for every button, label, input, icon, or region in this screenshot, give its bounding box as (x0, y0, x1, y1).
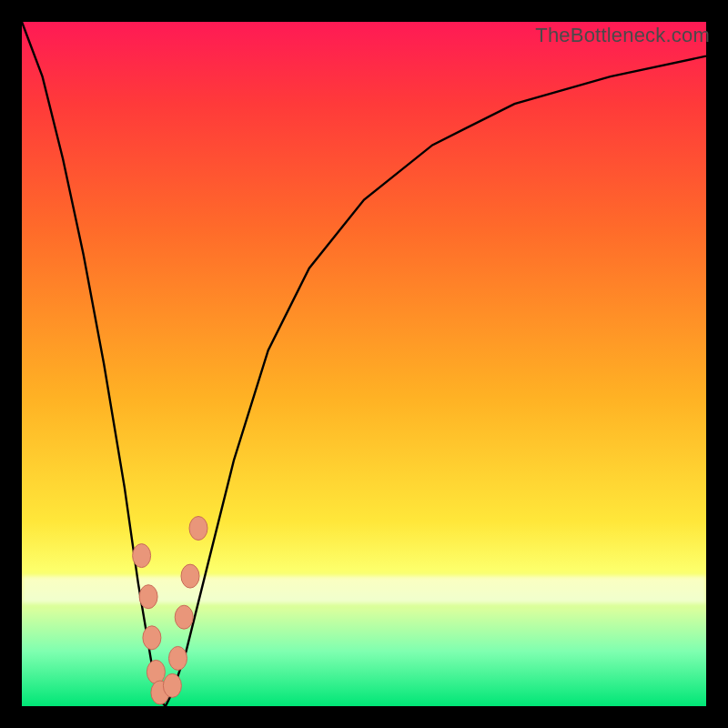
scatter-right (163, 517, 207, 698)
scatter-dot (189, 517, 207, 541)
scatter-dot (143, 626, 161, 650)
bottleneck-curve (22, 22, 706, 706)
chart-frame: TheBottleneck.com (0, 0, 728, 728)
plot-area (22, 22, 706, 706)
scatter-dot (147, 660, 165, 683)
scatter-dot (139, 585, 157, 609)
scatter-dot (163, 673, 181, 697)
scatter-dot (181, 564, 199, 588)
scatter-left (133, 544, 169, 704)
scatter-dot (169, 646, 187, 670)
curve-layer (22, 22, 706, 706)
scatter-dot (133, 544, 151, 568)
watermark-text: TheBottleneck.com (535, 24, 710, 47)
scatter-dot (175, 605, 193, 629)
